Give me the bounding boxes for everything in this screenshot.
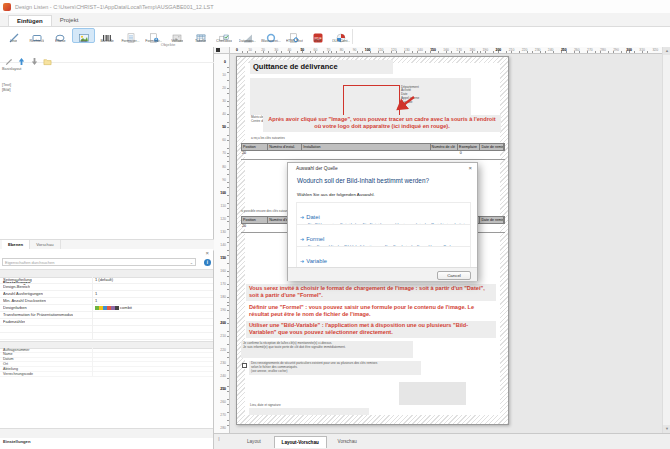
view-tab-vorschau[interactable]: Vorschau bbox=[331, 436, 364, 448]
h-ruler-tick: 270 bbox=[585, 48, 595, 52]
ribbon-button-pdf[interactable]: PDFPDF bbox=[306, 28, 329, 43]
h-ruler-tick: 120 bbox=[389, 48, 399, 52]
tree-item[interactable]: [Text] bbox=[2, 83, 11, 87]
dialog-subtitle: Wählen Sie aus der folgenden Auswahl. bbox=[297, 192, 375, 197]
table-header-cell: Installation bbox=[302, 144, 430, 150]
table-header-cell: Exemplaire bbox=[458, 144, 480, 150]
h-ruler-tick: 100 bbox=[363, 48, 373, 52]
line-icon bbox=[9, 29, 19, 39]
view-tab-layout[interactable]: Layout bbox=[240, 436, 268, 448]
annotation-variable[interactable]: Utiliser une "Bild-Variable" : l'applica… bbox=[249, 322, 495, 336]
v-ruler-tick: 80 bbox=[214, 165, 226, 169]
close-icon[interactable]: × bbox=[205, 250, 209, 256]
arrow-up-icon[interactable] bbox=[17, 52, 26, 61]
scroll-up-icon[interactable]: ▲ bbox=[663, 47, 670, 55]
property-search-input[interactable]: Eigenschaften durchsuchen ⌄ bbox=[2, 258, 196, 266]
ribbon-button-label: OLE Cont... bbox=[332, 39, 351, 42]
view-tab-layoutvorschau[interactable]: Layout-Vorschau bbox=[274, 436, 327, 448]
ribbon-button-watermark[interactable]: Wasserzei... bbox=[259, 28, 282, 43]
checkbox-line: (voir annexe, veuillez cocher) bbox=[251, 370, 377, 374]
table-row[interactable]: 200 bbox=[241, 151, 505, 160]
barcode-icon bbox=[102, 29, 112, 39]
annotation-formel[interactable]: Définir une "Formel" : vous pouvez saisi… bbox=[249, 304, 495, 318]
property-label: Min. Anzahl Druckseiten bbox=[3, 298, 46, 303]
ribbon-tab-projekt[interactable]: Projekt bbox=[52, 15, 87, 26]
document-checkbox[interactable] bbox=[242, 363, 247, 368]
left-dock-panel: Basislayout[Text][Bild] EbenenVorschau ×… bbox=[0, 47, 214, 449]
form-template-icon bbox=[149, 29, 159, 39]
scroll-down-icon[interactable]: ▼ bbox=[663, 425, 670, 433]
h-ruler-tick: 90 bbox=[350, 48, 360, 52]
table-cell bbox=[267, 151, 301, 159]
page-nav-icon[interactable]: ⁞⁞ bbox=[218, 436, 219, 442]
ribbon-button-ellipse[interactable]: Ellipse bbox=[49, 28, 72, 43]
info-icon[interactable]: i bbox=[204, 259, 211, 266]
property-value: 1 bbox=[95, 291, 97, 296]
rectangle-icon bbox=[32, 29, 42, 39]
ribbon-button-label: Checkbox bbox=[216, 39, 232, 42]
arrow-down-icon[interactable] bbox=[30, 52, 39, 61]
ribbon-button-html-text[interactable]: HTML Text bbox=[283, 28, 306, 43]
ribbon-tab-einfgen[interactable]: Einfügen bbox=[8, 15, 52, 26]
v-ruler-tick: 10 bbox=[214, 73, 226, 77]
mid-line: si possible encore des clés suivantes bbox=[241, 210, 292, 214]
h-ruler-tick: 80 bbox=[337, 48, 347, 52]
h-ruler-tick: 20 bbox=[258, 48, 268, 52]
v-ruler-tick: 240 bbox=[214, 374, 226, 378]
table-cell: 20 bbox=[241, 224, 267, 232]
ribbon-button-ole-container[interactable]: OLE Cont... bbox=[330, 28, 353, 43]
option-label: Variable bbox=[306, 258, 327, 264]
ribbon-button-label: Barcode bbox=[100, 39, 113, 42]
table-header-cell: Position bbox=[242, 217, 268, 223]
arrow-right-icon: ➜ bbox=[300, 258, 304, 264]
table-cell: 0 bbox=[459, 151, 481, 159]
vertical-scrollbar[interactable]: ▲ ▼ bbox=[662, 47, 670, 433]
folder-icon[interactable] bbox=[43, 52, 52, 61]
ribbon-toolbar: LinieRechteckEllipseBildBarcodeFormatier… bbox=[0, 27, 670, 48]
ribbon-button-image[interactable]: Bild bbox=[72, 28, 95, 43]
stamp-box[interactable] bbox=[399, 382, 466, 405]
checkbox-lines: Des renseignements de sécurité particuli… bbox=[251, 362, 377, 373]
annotation-top[interactable]: Après avoir cliqué sur "Image", vous pou… bbox=[265, 116, 499, 130]
h-ruler-tick: 230 bbox=[533, 48, 543, 52]
arrow-right-icon: ➜ bbox=[300, 214, 304, 220]
v-ruler-tick: 250 bbox=[214, 387, 226, 391]
signature-band bbox=[249, 408, 369, 415]
v-ruler-tick: 40 bbox=[214, 112, 226, 116]
property-divider bbox=[92, 311, 93, 318]
h-ruler-tick: 160 bbox=[441, 48, 451, 52]
close-icon[interactable]: × bbox=[468, 165, 472, 171]
ribbon-button-table[interactable]: Tabelle bbox=[189, 28, 212, 43]
ribbon-button-rectangle[interactable]: Rechteck bbox=[25, 28, 48, 43]
designer-window: Design Listen - C:\Users\CHRIST~1\AppDat… bbox=[0, 0, 670, 449]
document-title[interactable]: Quittance de délivrance bbox=[253, 62, 338, 71]
ribbon-button-line[interactable]: Linie bbox=[2, 28, 25, 43]
pencil-icon[interactable] bbox=[4, 52, 13, 61]
objects-tree[interactable]: Basislayout[Text][Bild] bbox=[0, 63, 213, 238]
v-ruler-tick: 110 bbox=[214, 204, 226, 208]
chevron-down-icon[interactable]: ⌄ bbox=[190, 260, 195, 265]
annotation-mid[interactable]: Vous serez invité à choisir le format de… bbox=[249, 285, 495, 299]
v-ruler-tick: 160 bbox=[214, 269, 226, 273]
ribbon-button-label: Ellipse bbox=[55, 39, 66, 42]
properties-panel: × Eigenschaften durchsuchen ⌄ i Einstell… bbox=[0, 249, 213, 449]
property-row-empty bbox=[0, 332, 213, 340]
cancel-button[interactable]: Cancel bbox=[437, 271, 471, 280]
ribbon-button-barcode[interactable]: Barcode bbox=[96, 28, 119, 43]
horizontal-ruler: 0102030405060708090100110120130140150160… bbox=[230, 47, 662, 54]
ribbon-button-form-template[interactable]: Formular... bbox=[142, 28, 165, 43]
ribbon-button-checkbox[interactable]: Checkbox bbox=[213, 28, 236, 43]
tree-item[interactable]: [Bild] bbox=[2, 88, 10, 92]
table-cell bbox=[481, 224, 505, 232]
keys-table[interactable]: PositionNuméro d'instal.InstallationNumé… bbox=[241, 143, 505, 160]
ribbon-button-template[interactable]: Vorlage bbox=[166, 28, 189, 43]
ribbon-group-separator bbox=[352, 29, 353, 44]
table-cell bbox=[431, 151, 459, 159]
v-ruler-tick: 170 bbox=[214, 282, 226, 286]
v-ruler-tick: 260 bbox=[214, 400, 226, 404]
ribbon-button-data-graphic[interactable]: Datengra... bbox=[236, 28, 259, 43]
user-property-row[interactable]: Verrechnungscode bbox=[0, 371, 213, 377]
table-header-row: PositionNuméro d'instal.InstallationNumé… bbox=[241, 143, 505, 151]
tree-item[interactable]: Basislayout bbox=[2, 67, 21, 71]
ribbon-button-formatted-text[interactable]: Formatier... bbox=[119, 28, 142, 43]
